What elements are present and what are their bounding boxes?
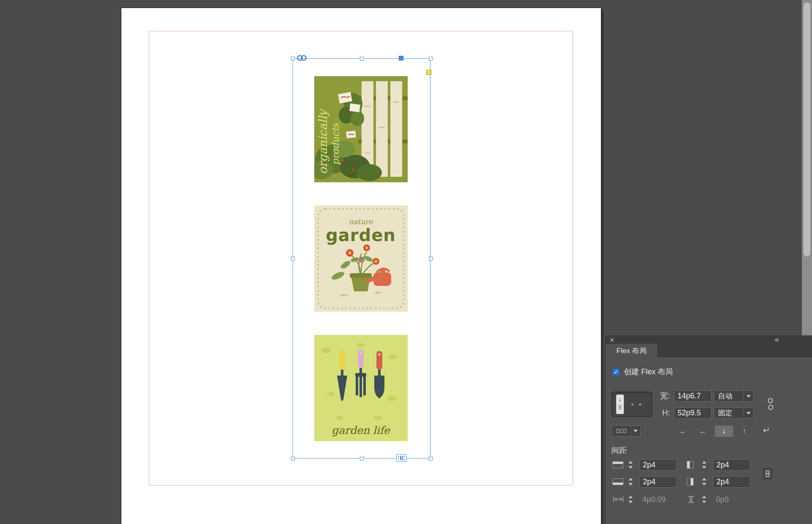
create-flex-row: ✓ 创建 Flex 布局 (612, 368, 673, 376)
panel-body: ✓ 创建 Flex 布局 ↓ 宽: 自动 H: 固定 (606, 357, 812, 524)
width-mode-value: 自动 (714, 391, 743, 401)
return-icon[interactable]: ↵ (763, 425, 770, 435)
width-mode-dropdown[interactable]: 自动 (714, 390, 754, 402)
height-mode-value: 固定 (714, 408, 743, 418)
height-input[interactable] (674, 407, 711, 419)
width-input[interactable] (674, 390, 711, 402)
vertical-gap-icon (687, 496, 695, 505)
item-dot (631, 403, 634, 406)
selection-handle-top-center[interactable] (360, 57, 364, 60)
selection-handle-mid-left[interactable] (291, 257, 295, 261)
width-label: 宽: (648, 390, 670, 402)
create-flex-label: 创建 Flex 布局 (624, 367, 673, 377)
selection-handle-top-left[interactable] (291, 57, 295, 60)
height-mode-dropdown[interactable]: 固定 (714, 407, 754, 419)
margin-top-icon (612, 461, 623, 468)
panel-close-icon[interactable]: × (610, 336, 614, 344)
margin-left-icon (687, 461, 694, 469)
selected-handle-filled[interactable] (399, 56, 403, 60)
margin-right-icon (687, 478, 694, 486)
direction-down-button[interactable]: ↓ (715, 425, 733, 437)
horizontal-gap-icon (612, 496, 624, 505)
margin-left-stepper[interactable] (701, 460, 707, 469)
link-margins-icon[interactable] (763, 468, 772, 479)
vertical-scrollbar[interactable] (802, 0, 812, 335)
chevron-down-icon (743, 408, 753, 418)
wrap-item-icon (620, 429, 623, 433)
spacing-section-label: 间距 (612, 445, 627, 455)
wrap-control[interactable] (612, 425, 631, 436)
selection-handle-mid-right[interactable] (429, 257, 433, 261)
link-badge-icon[interactable] (296, 55, 308, 62)
flex-layout-adornment-icon[interactable] (396, 454, 406, 462)
panel-header: × « Flex 布局 (606, 335, 812, 357)
create-flex-checkbox[interactable]: ✓ (612, 368, 620, 376)
wrap-dropdown-chevron[interactable] (631, 425, 641, 436)
checkmark-icon: ✓ (614, 369, 618, 375)
app-window: organically products nature garden (0, 0, 812, 524)
row-gap-value[interactable]: 4p0.09 (639, 494, 677, 505)
column-gap-value[interactable]: 0p0 (713, 494, 750, 505)
wrap-item-icon (616, 429, 619, 433)
arrow-down-icon: ↓ (616, 395, 624, 404)
direction-preview-widget[interactable]: ↓ (612, 392, 652, 417)
margin-right-stepper[interactable] (701, 477, 707, 486)
unlink-dimensions-icon[interactable] (765, 397, 776, 411)
spacing-row-2 (606, 476, 812, 488)
vertical-scrollbar-thumb[interactable] (804, 3, 810, 256)
margin-top-input[interactable] (639, 459, 677, 471)
tab-flex-layout-label: Flex 布局 (617, 346, 647, 356)
item-dot (639, 403, 641, 406)
margin-top-stepper[interactable] (628, 460, 634, 469)
margin-bottom-input[interactable] (639, 476, 677, 488)
column-gap-stepper[interactable] (701, 495, 707, 504)
selection-handle-bottom-center[interactable] (360, 457, 364, 461)
direction-right-button[interactable]: → (672, 425, 691, 437)
selection-handle-top-right[interactable] (429, 57, 433, 60)
grip-icon (618, 405, 622, 410)
margin-bottom-icon (612, 478, 623, 485)
chevron-down-icon (743, 391, 753, 401)
margin-right-input[interactable] (713, 476, 750, 488)
direction-preview-pill: ↓ (616, 395, 624, 414)
corner-options-widget[interactable] (426, 70, 431, 75)
row-gap-stepper[interactable] (628, 495, 634, 504)
direction-left-button[interactable]: ← (694, 425, 712, 437)
margin-bottom-stepper[interactable] (628, 477, 634, 486)
panel-collapse-icon[interactable]: « (775, 335, 778, 344)
selection-handle-bottom-left[interactable] (291, 457, 295, 461)
flex-layout-panel: × « Flex 布局 ✓ 创建 Flex 布局 ↓ 宽: (605, 335, 812, 524)
wrap-item-icon (624, 429, 627, 433)
selection-handle-bottom-right[interactable] (429, 457, 433, 461)
direction-up-button[interactable]: ↑ (735, 425, 754, 437)
frame-center-point[interactable] (360, 257, 363, 260)
tab-flex-layout[interactable]: Flex 布局 (606, 344, 657, 357)
spacing-row-gap: 4p0.09 0p0 (606, 494, 812, 505)
height-label: H: (648, 407, 670, 419)
margin-left-input[interactable] (713, 459, 750, 471)
spacing-row-1 (606, 459, 812, 471)
